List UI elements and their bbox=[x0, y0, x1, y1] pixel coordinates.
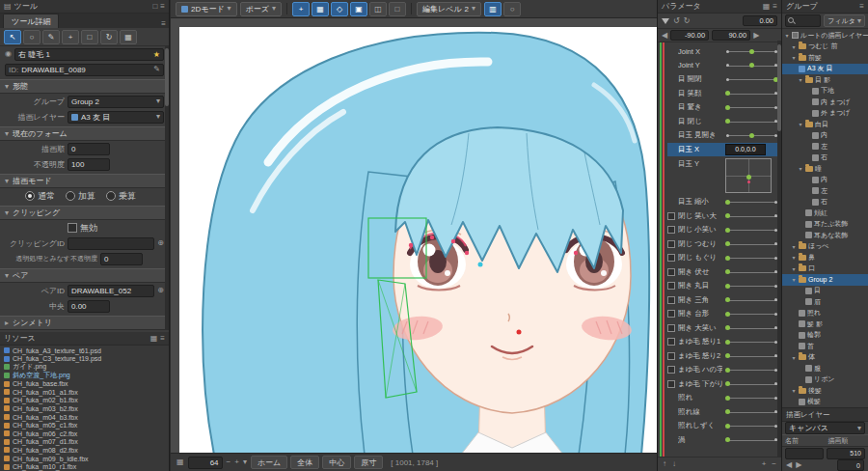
parameter-checkbox[interactable] bbox=[667, 226, 675, 234]
slider-value-knob[interactable] bbox=[725, 241, 730, 246]
slider-value-knob[interactable] bbox=[725, 228, 730, 233]
pair-center-field[interactable]: 0.00 bbox=[68, 300, 110, 313]
step-left-icon[interactable]: ◀ bbox=[786, 461, 792, 469]
snapshot-icon[interactable]: ▦ bbox=[176, 458, 184, 466]
tree-item[interactable]: 内 まつげ bbox=[782, 97, 868, 108]
parameter-slider[interactable] bbox=[725, 377, 778, 392]
slider-value-knob[interactable] bbox=[749, 49, 754, 54]
tree-item[interactable]: ▾鼻 bbox=[782, 252, 868, 263]
parameter-slider[interactable] bbox=[725, 433, 778, 448]
parameter-row[interactable]: 渦 bbox=[667, 433, 778, 448]
edit-level-dropdown[interactable]: 編集レベル 2 ▾ bbox=[417, 2, 481, 16]
blend-option[interactable]: 乗算 bbox=[106, 190, 136, 203]
expand-arrow[interactable]: ▾ bbox=[791, 243, 797, 250]
parameter-row[interactable]: 閉じ つむり bbox=[667, 237, 778, 252]
parameter-row[interactable]: 照れ線 bbox=[667, 405, 778, 420]
section-clipping-header[interactable]: ▾ クリッピング bbox=[0, 206, 169, 220]
parameter-slider[interactable] bbox=[725, 72, 778, 87]
tree-item[interactable]: 頬紅 bbox=[782, 208, 868, 219]
collapse-icon[interactable]: ▾ bbox=[5, 178, 9, 185]
tree-item[interactable]: 内 bbox=[782, 130, 868, 142]
parameter-row[interactable]: 閉じ もぐり bbox=[667, 251, 778, 265]
parameter-slider[interactable] bbox=[725, 349, 778, 364]
tree-item[interactable]: 耳あな装飾 bbox=[782, 230, 868, 241]
parameter-min-field[interactable]: -90.00 bbox=[670, 30, 709, 41]
tree-item[interactable]: 耳たぶ装飾 bbox=[782, 219, 868, 231]
parameter-slider[interactable] bbox=[725, 405, 778, 420]
parameter-slider[interactable] bbox=[725, 100, 778, 115]
view-home-button[interactable]: ホーム bbox=[251, 456, 287, 469]
tree-item[interactable]: ▾口 bbox=[782, 263, 868, 275]
canvas[interactable] bbox=[179, 27, 657, 453]
zoom-menu-icon[interactable]: ▾ bbox=[243, 458, 247, 466]
filter-button[interactable]: フィルタ ▾ bbox=[824, 14, 865, 27]
rotate-tool[interactable]: ↻ bbox=[100, 30, 118, 44]
layer-dropdown[interactable]: A3 友 目 ▾ bbox=[68, 111, 164, 124]
blend-option[interactable]: 加算 bbox=[66, 190, 95, 203]
parameter-checkbox[interactable] bbox=[667, 380, 675, 388]
parameter-row[interactable]: 目 閉じ bbox=[667, 115, 778, 129]
parameter-checkbox[interactable] bbox=[667, 352, 675, 360]
object-id-field[interactable]: ID: DRAWABLE_0089 ✎ bbox=[5, 64, 164, 76]
section-symmetry-header[interactable]: ▸ シンメトリ bbox=[0, 316, 169, 330]
section-blend-header[interactable]: ▾ 描画モード bbox=[0, 174, 169, 188]
parameter-slider[interactable] bbox=[725, 195, 778, 209]
tree-item[interactable]: 下地 bbox=[782, 86, 868, 97]
parameter-max-field[interactable]: 90.00 bbox=[712, 30, 750, 41]
tree-item[interactable]: 首 bbox=[782, 341, 868, 352]
tree-item[interactable]: 左 bbox=[782, 141, 868, 152]
expand-arrow[interactable]: ▾ bbox=[791, 54, 797, 61]
mesh-toggle[interactable]: ◇ bbox=[331, 2, 348, 16]
parameter-row[interactable]: まゆ毛 怒り2 bbox=[667, 349, 778, 364]
expand-arrow[interactable]: ▾ bbox=[798, 165, 803, 172]
parameter-row[interactable]: 開き 伏せ bbox=[667, 265, 778, 280]
resource-file[interactable]: 斜め空渡_下地.png bbox=[0, 372, 169, 380]
resource-file[interactable]: CH_fuka_m04_b3.fbx bbox=[0, 413, 169, 422]
section-current-form-header[interactable]: ▾ 現在のフォーム bbox=[0, 126, 169, 141]
tree-item[interactable]: 髪 影 bbox=[782, 319, 868, 330]
parameter-row[interactable]: 照れしずく bbox=[667, 419, 778, 433]
parameter-slider[interactable] bbox=[725, 128, 778, 143]
outline-toggle[interactable]: ○ bbox=[503, 2, 521, 16]
xy-pad[interactable] bbox=[725, 158, 772, 193]
parameter-slider[interactable] bbox=[725, 419, 778, 433]
parameter-row[interactable]: 目玉 見開き bbox=[667, 128, 778, 143]
expand-arrow[interactable]: ▾ bbox=[791, 387, 797, 394]
pad-knob[interactable] bbox=[746, 175, 751, 180]
expand-arrow[interactable]: ▾ bbox=[791, 254, 797, 261]
collapsed-icon[interactable]: ▸ bbox=[5, 319, 9, 327]
range-right-icon[interactable]: ▶ bbox=[753, 32, 759, 40]
visibility-icon[interactable]: ◉ bbox=[5, 50, 12, 58]
view-center-button[interactable]: 中心 bbox=[322, 456, 351, 469]
resource-file[interactable]: CH_fuka_m10_r1.fbx bbox=[0, 462, 169, 471]
slider-value-knob[interactable] bbox=[725, 256, 730, 261]
parameter-row[interactable]: 閉じ 小笑い bbox=[667, 223, 778, 237]
tree-item[interactable]: 右 bbox=[782, 152, 868, 164]
tree-item[interactable]: 服 bbox=[782, 363, 868, 374]
expand-arrow[interactable]: ▾ bbox=[791, 354, 797, 361]
resource-file[interactable]: CH_fuka_m05_c1.fbx bbox=[0, 421, 169, 429]
expand-arrow[interactable]: ▾ bbox=[798, 76, 803, 83]
pick-target-icon[interactable]: ⊕ bbox=[157, 239, 164, 247]
parameter-row[interactable]: 開き 三角 bbox=[667, 293, 778, 308]
slider-value-knob[interactable] bbox=[725, 409, 730, 414]
resources-grid-icon[interactable]: ▦ bbox=[150, 335, 158, 343]
tab-tool-detail[interactable]: ツール詳細 bbox=[3, 14, 59, 28]
parameter-slider[interactable] bbox=[725, 59, 778, 73]
tree-item[interactable]: ▾ルートの描画レイヤーを検証 bbox=[782, 30, 868, 42]
parameter-checkbox[interactable] bbox=[667, 324, 675, 332]
resource-file[interactable]: CH_fuka_A3_texture_t61.psd bbox=[0, 346, 169, 355]
slider-value-knob[interactable] bbox=[725, 312, 730, 317]
parameter-slider[interactable] bbox=[725, 307, 778, 321]
blend-option[interactable]: 通常 bbox=[25, 190, 55, 203]
pair-id-field[interactable]: DRAWABLE_052 bbox=[68, 285, 154, 297]
parameter-checkbox[interactable] bbox=[667, 212, 675, 220]
parameter-slider[interactable] bbox=[725, 335, 778, 349]
parameter-slider[interactable] bbox=[725, 265, 778, 280]
tree-item[interactable]: ▾目 影 bbox=[782, 74, 868, 86]
filter-icon[interactable] bbox=[662, 18, 669, 24]
parameters-grid-icon[interactable]: ▦ bbox=[763, 3, 771, 11]
pose-dropdown[interactable]: ポーズ ▾ bbox=[240, 2, 282, 16]
move-up-icon[interactable]: ↑ bbox=[663, 460, 666, 468]
brush-tool[interactable]: ✎ bbox=[42, 30, 60, 44]
